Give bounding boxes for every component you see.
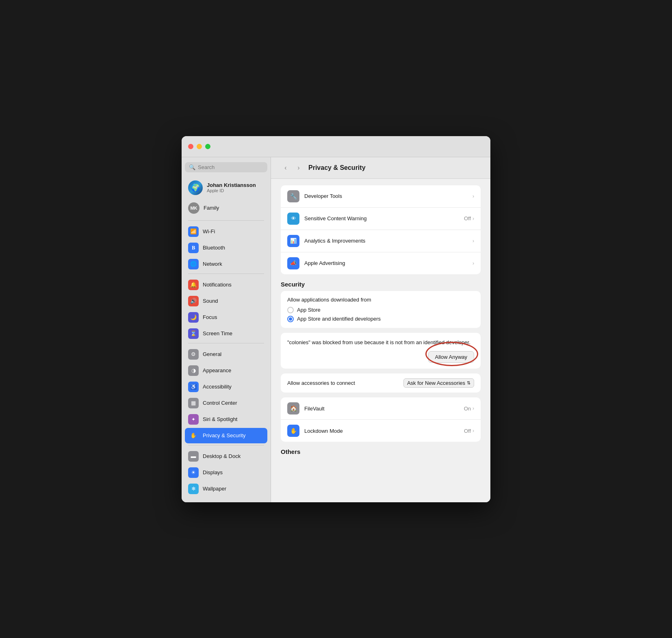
accessibility-icon: ♿ xyxy=(188,382,199,392)
user-subtitle: Apple ID xyxy=(207,188,256,193)
sidebar-item-privacy-security[interactable]: ✋ Privacy & Security xyxy=(185,428,267,443)
radio-app-store-label: App Store xyxy=(297,307,321,313)
avatar: 🌍 xyxy=(188,180,203,195)
sidebar-item-displays[interactable]: ☀ Displays xyxy=(185,465,267,480)
desktop-dock-icon: ▬ xyxy=(188,451,199,462)
minimize-button[interactable] xyxy=(197,144,202,149)
sidebar-item-network[interactable]: 🌐 Network xyxy=(185,256,267,272)
download-sources-card: Allow applications downloaded from App S… xyxy=(281,291,481,328)
divider2 xyxy=(188,273,264,274)
siri-icon: ✦ xyxy=(188,414,199,425)
notifications-icon: 🔔 xyxy=(188,280,199,290)
sensitive-content-label: Sensitive Content Warning xyxy=(304,215,464,221)
radio-app-store-circle[interactable] xyxy=(287,307,294,313)
traffic-lights xyxy=(188,144,210,149)
sound-icon: 🔊 xyxy=(188,296,199,306)
download-from-label: Allow applications downloaded from xyxy=(287,297,474,303)
sidebar-item-focus[interactable]: 🌙 Focus xyxy=(185,310,267,325)
forward-button[interactable]: › xyxy=(294,163,303,173)
sidebar-item-control-center[interactable]: ▦ Control Center xyxy=(185,395,267,411)
developer-tools-label: Developer Tools xyxy=(304,193,473,199)
sidebar-label-displays: Displays xyxy=(203,469,223,475)
accessories-label: Allow accessories to connect xyxy=(287,380,355,386)
apple-advertising-chevron: › xyxy=(473,260,474,266)
sidebar-item-sound[interactable]: 🔊 Sound xyxy=(185,293,267,309)
filevault-label: FileVault xyxy=(304,406,464,412)
sidebar-item-appearance[interactable]: ◑ Appearance xyxy=(185,363,267,378)
main-content: ‹ › Privacy & Security 🔧 Developer Tools… xyxy=(271,157,490,502)
filevault-row[interactable]: 🏠 FileVault On › xyxy=(281,397,481,420)
bluetooth-icon: 𝐁 xyxy=(188,243,199,253)
radio-app-store[interactable]: App Store xyxy=(287,307,474,313)
sidebar-label-wallpaper: Wallpaper xyxy=(203,486,226,492)
maximize-button[interactable] xyxy=(205,144,210,149)
sidebar-user[interactable]: 🌍 Johan Kristiansson Apple ID xyxy=(185,178,267,197)
family-label: Family xyxy=(204,205,219,211)
filevault-value: On xyxy=(464,406,471,412)
blocked-app-card: "colonies" was blocked from use because … xyxy=(281,333,481,369)
filevault-icon: 🏠 xyxy=(287,402,299,414)
screen-time-icon: ⌛ xyxy=(188,328,199,339)
security-options-group: 🏠 FileVault On › ✋ Lockdown Mode Off › xyxy=(281,397,481,442)
sidebar-item-general[interactable]: ⚙ General xyxy=(185,347,267,362)
accessories-value: Ask for New Accessories xyxy=(407,380,465,386)
radio-group: App Store App Store and identified devel… xyxy=(287,307,474,322)
content-body: 🔧 Developer Tools › 👁 Sensitive Content … xyxy=(271,179,490,502)
family-avatar: MK xyxy=(188,202,199,214)
analytics-chevron: › xyxy=(473,238,474,244)
sensitive-content-value: Off xyxy=(464,215,471,221)
displays-icon: ☀ xyxy=(188,467,199,478)
search-input[interactable] xyxy=(198,164,263,170)
sidebar-item-bluetooth[interactable]: 𝐁 Bluetooth xyxy=(185,240,267,256)
sidebar-label-general: General xyxy=(203,351,221,357)
sidebar-item-accessibility[interactable]: ♿ Accessibility xyxy=(185,379,267,395)
lockdown-chevron: › xyxy=(473,428,474,434)
focus-icon: 🌙 xyxy=(188,312,199,323)
user-info: Johan Kristiansson Apple ID xyxy=(207,182,256,193)
back-button[interactable]: ‹ xyxy=(281,163,290,173)
others-section-title: Others xyxy=(281,448,481,455)
sidebar-label-accessibility: Accessibility xyxy=(203,384,232,390)
security-section-title: Security xyxy=(281,281,481,288)
analytics-icon: 📊 xyxy=(287,235,299,247)
accessories-row[interactable]: Allow accessories to connect Ask for New… xyxy=(281,373,481,393)
sidebar-item-wifi[interactable]: 📶 Wi-Fi xyxy=(185,224,267,239)
sidebar-label-control-center: Control Center xyxy=(203,400,237,406)
sensitive-content-row[interactable]: 👁 Sensitive Content Warning Off › xyxy=(281,208,481,230)
allow-anyway-button[interactable]: Allow Anyway xyxy=(428,351,474,363)
page-title: Privacy & Security xyxy=(308,164,366,171)
sidebar-label-screen-time: Screen Time xyxy=(203,330,232,336)
sidebar-item-desktop-dock[interactable]: ▬ Desktop & Dock xyxy=(185,449,267,464)
sidebar-item-family[interactable]: MK Family xyxy=(185,200,267,216)
sidebar-item-screen-time[interactable]: ⌛ Screen Time xyxy=(185,326,267,341)
general-icon: ⚙ xyxy=(188,349,199,360)
lockdown-row[interactable]: ✋ Lockdown Mode Off › xyxy=(281,420,481,442)
blocked-app-text: "colonies" was blocked from use because … xyxy=(287,339,474,347)
radio-app-store-identified[interactable]: App Store and identified developers xyxy=(287,316,474,322)
sensitive-content-icon: 👁 xyxy=(287,213,299,225)
sidebar-item-siri[interactable]: ✦ Siri & Spotlight xyxy=(185,412,267,427)
lockdown-label: Lockdown Mode xyxy=(304,428,464,434)
search-bar[interactable]: 🔍 xyxy=(185,162,267,172)
accessories-stepper[interactable]: Ask for New Accessories ⇅ xyxy=(403,378,474,388)
sidebar-label-appearance: Appearance xyxy=(203,367,231,373)
wallpaper-icon: ❄ xyxy=(188,484,199,494)
sidebar-item-notifications[interactable]: 🔔 Notifications xyxy=(185,277,267,293)
radio-identified-circle[interactable] xyxy=(287,316,294,322)
divider4 xyxy=(188,445,264,445)
sidebar-label-wifi: Wi-Fi xyxy=(203,228,215,234)
sensitive-content-chevron: › xyxy=(473,216,474,221)
sidebar-item-wallpaper[interactable]: ❄ Wallpaper xyxy=(185,481,267,497)
others-section: Others xyxy=(281,448,481,455)
analytics-row[interactable]: 📊 Analytics & Improvements › xyxy=(281,230,481,252)
developer-tools-row[interactable]: 🔧 Developer Tools › xyxy=(281,185,481,208)
accessories-stepper-icon: ⇅ xyxy=(467,380,470,386)
apple-advertising-label: Apple Advertising xyxy=(304,260,473,266)
close-button[interactable] xyxy=(188,144,193,149)
apple-advertising-row[interactable]: 📣 Apple Advertising › xyxy=(281,252,481,274)
wifi-icon: 📶 xyxy=(188,226,199,237)
titlebar xyxy=(182,136,490,157)
privacy-icon: ✋ xyxy=(188,430,199,441)
network-icon: 🌐 xyxy=(188,259,199,269)
developer-tools-chevron: › xyxy=(473,193,474,199)
